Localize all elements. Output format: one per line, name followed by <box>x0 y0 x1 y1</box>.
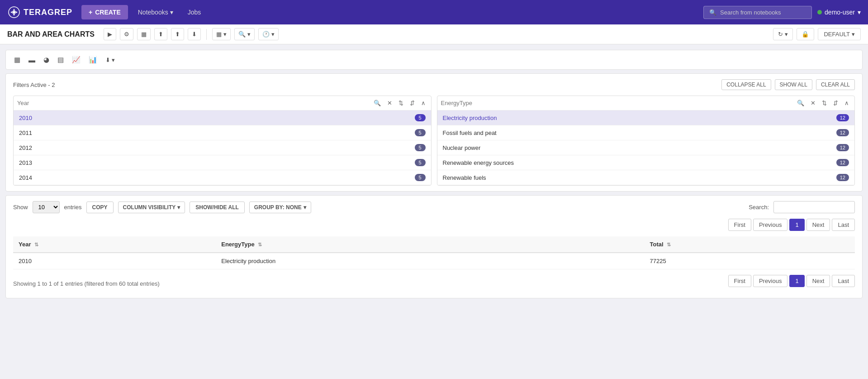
table-row: 2010 Electricity production 77225 <box>13 253 855 269</box>
collapse-all-button[interactable]: COLLAPSE ALL <box>721 79 771 90</box>
upload-button[interactable]: ⬆ <box>154 28 167 40</box>
data-table-section: Show 10 25 50 100 entries COPY COLUMN VI… <box>5 195 863 298</box>
top-navigation: TERAGREP + CREATE Notebooks ▾ Jobs 🔍 Sea… <box>0 0 868 24</box>
next-page-bottom-button[interactable]: Next <box>806 275 830 287</box>
area-chart-btn[interactable]: 📊 <box>86 54 100 66</box>
energytype-item-renewable[interactable]: Renewable energy sources 12 <box>437 155 855 170</box>
energytype-item-electricity[interactable]: Electricity production 12 <box>437 110 855 125</box>
row-year-cell: 2010 <box>13 253 216 269</box>
total-sort-icon: ⇅ <box>667 242 671 248</box>
previous-page-top-button[interactable]: Previous <box>753 219 788 231</box>
toolbar-separator <box>206 29 207 40</box>
first-page-bottom-button[interactable]: First <box>728 275 751 287</box>
previous-page-bottom-button[interactable]: Previous <box>753 275 788 287</box>
year-filter-header: 🔍 ✕ ⇅ ⇵ ∧ <box>14 96 431 110</box>
group-by-button[interactable]: GROUP BY: NONE ▾ <box>249 201 311 213</box>
notebooks-button[interactable]: Notebooks ▾ <box>133 6 178 19</box>
table-chart-btn[interactable]: ▦ <box>11 54 23 66</box>
energytype-item-nuclear[interactable]: Nuclear power 12 <box>437 140 855 155</box>
total-column-header[interactable]: Total ⇅ <box>645 236 855 253</box>
bar-chart-btn[interactable]: ▬ <box>26 54 38 66</box>
energytype-item-renewable-fuels[interactable]: Renewable fuels 12 <box>437 170 855 185</box>
app-name: TERAGREP <box>24 8 72 17</box>
table-search-input[interactable] <box>773 201 855 213</box>
user-chevron-icon: ▾ <box>858 9 861 16</box>
download-button[interactable]: ⬇ <box>188 28 201 40</box>
filter-panel: Filters Active - 2 COLLAPSE ALL SHOW ALL… <box>5 73 863 192</box>
current-page-top-button[interactable]: 1 <box>789 219 804 231</box>
year-item-2013[interactable]: 2013 5 <box>14 155 431 170</box>
energytype-sort-desc-btn[interactable]: ⇵ <box>831 99 840 107</box>
user-menu-button[interactable]: demo-user ▾ <box>817 9 861 16</box>
search-label: Search: <box>749 204 769 211</box>
energytype-search-input[interactable] <box>441 100 793 106</box>
settings-button[interactable]: ⚙ <box>120 28 133 40</box>
line-chart-btn[interactable]: 📈 <box>69 54 83 66</box>
energytype-clear-icon-btn[interactable]: ✕ <box>809 99 817 107</box>
year-item-2010[interactable]: 2010 5 <box>14 110 431 125</box>
entries-select[interactable]: 10 25 50 100 <box>33 201 60 213</box>
show-hide-all-button[interactable]: SHOW/HIDE ALL <box>190 201 245 213</box>
column-visibility-button[interactable]: COLUMN VISIBILITY ▾ <box>118 201 185 213</box>
energytype-search-icon-btn[interactable]: 🔍 <box>795 99 806 107</box>
table-view-button[interactable]: ▦ <box>137 28 151 40</box>
show-label: Show <box>13 204 28 211</box>
default-button[interactable]: DEFAULT ▾ <box>818 28 861 40</box>
jobs-button[interactable]: Jobs <box>183 6 206 19</box>
show-all-button[interactable]: SHOW ALL <box>775 79 812 90</box>
first-page-top-button[interactable]: First <box>728 219 751 231</box>
year-sort-desc-btn[interactable]: ⇵ <box>408 99 417 107</box>
chevron-down-icon: ▾ <box>170 9 173 16</box>
filter-columns: 🔍 ✕ ⇅ ⇵ ∧ 2010 5 2011 5 20 <box>13 96 855 186</box>
current-page-bottom-button[interactable]: 1 <box>789 275 804 287</box>
energytype-filter-header: 🔍 ✕ ⇅ ⇵ ∧ <box>437 96 855 110</box>
year-clear-icon-btn[interactable]: ✕ <box>385 99 394 107</box>
page-title: BAR AND AREA CHARTS <box>7 30 95 38</box>
col-vis-chevron-icon: ▾ <box>177 204 180 211</box>
year-collapse-btn[interactable]: ∧ <box>419 99 427 107</box>
view-dropdown-button[interactable]: ▦ ▾ <box>212 28 231 40</box>
year-item-2011[interactable]: 2011 5 <box>14 125 431 140</box>
group-by-chevron-icon: ▾ <box>304 204 306 211</box>
year-search-icon-btn[interactable]: 🔍 <box>372 99 383 107</box>
filter-header: Filters Active - 2 COLLAPSE ALL SHOW ALL… <box>13 79 855 90</box>
year-search-input[interactable] <box>17 100 369 106</box>
energytype-filter-column: 🔍 ✕ ⇅ ⇵ ∧ Electricity production 12 Foss… <box>437 96 855 186</box>
time-button[interactable]: 🕐 ▾ <box>258 28 279 40</box>
more-chart-btn[interactable]: ⬇ ▾ <box>103 55 118 65</box>
global-search-box[interactable]: 🔍 Search from notebooks <box>703 6 812 19</box>
search-options-button[interactable]: 🔍 ▾ <box>234 28 255 40</box>
year-item-2014[interactable]: 2014 5 <box>14 170 431 185</box>
run-button[interactable]: ▶ <box>104 28 116 40</box>
energytype-filter-list: Electricity production 12 Fossil fuels a… <box>437 110 855 185</box>
search-icon: 🔍 <box>709 9 716 16</box>
lock-button[interactable]: 🔒 <box>797 28 814 40</box>
last-page-bottom-button[interactable]: Last <box>832 275 855 287</box>
table-info: Showing 1 to 1 of 1 entries (filtered fr… <box>13 280 160 287</box>
svg-point-1 <box>13 11 15 14</box>
energytype-sort-asc-btn[interactable]: ⇅ <box>820 99 829 107</box>
pie-chart-btn[interactable]: ◕ <box>41 54 52 66</box>
refresh-button[interactable]: ↻ ▾ <box>773 28 793 40</box>
copy-button[interactable]: COPY <box>86 201 114 213</box>
column-chart-btn[interactable]: ▤ <box>55 54 66 66</box>
year-column-header[interactable]: Year ⇅ <box>13 236 216 253</box>
energytype-collapse-btn[interactable]: ∧ <box>843 99 851 107</box>
energytype-item-fossil[interactable]: Fossil fuels and peat 12 <box>437 125 855 140</box>
row-energytype-cell: Electricity production <box>216 253 644 269</box>
app-logo: TERAGREP <box>7 5 72 19</box>
share-button[interactable]: ⬆ <box>171 28 184 40</box>
clear-all-button[interactable]: CLEAR ALL <box>816 79 855 90</box>
data-controls: Show 10 25 50 100 entries COPY COLUMN VI… <box>13 201 855 213</box>
create-button[interactable]: + CREATE <box>81 5 128 19</box>
user-status-dot <box>817 10 822 14</box>
secondary-toolbar: BAR AND AREA CHARTS ▶ ⚙ ▦ ⬆ ⬆ ⬇ ▦ ▾ 🔍 ▾ … <box>0 24 868 44</box>
last-page-top-button[interactable]: Last <box>832 219 855 231</box>
next-page-top-button[interactable]: Next <box>806 219 830 231</box>
year-item-2012[interactable]: 2012 5 <box>14 140 431 155</box>
energytype-column-header[interactable]: EnergyType ⇅ <box>216 236 644 253</box>
row-total-cell: 77225 <box>645 253 855 269</box>
year-sort-asc-btn[interactable]: ⇅ <box>397 99 405 107</box>
pagination-top: First Previous 1 Next Last <box>13 219 855 231</box>
filter-active-label: Filters Active - 2 <box>13 82 721 88</box>
